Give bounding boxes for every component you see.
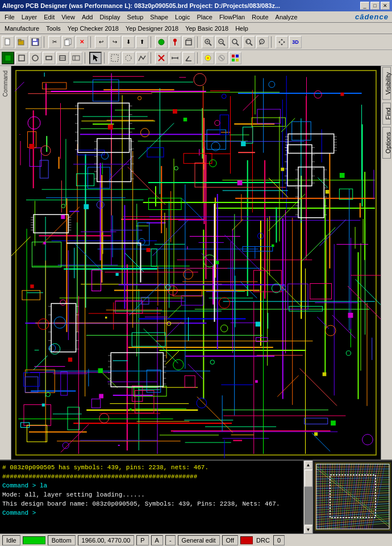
- tb-copy[interactable]: [62, 36, 74, 48]
- svg-rect-56: [232, 59, 235, 61]
- console-scroll-down[interactable]: ▼: [305, 526, 312, 533]
- menu-edit[interactable]: Edit: [40, 13, 58, 22]
- svg-rect-33: [19, 55, 24, 61]
- window-controls[interactable]: _ □ ✕: [360, 2, 390, 10]
- edit-mode-label: General edit: [182, 537, 216, 544]
- status-indicator-green: [23, 536, 45, 544]
- tb2-4[interactable]: [43, 52, 55, 64]
- tb2-cursor[interactable]: [89, 52, 102, 64]
- tab-visibility[interactable]: Visibility: [382, 67, 391, 100]
- close-button[interactable]: ✕: [381, 2, 390, 10]
- tb-zoom-out-fit[interactable]: [215, 36, 228, 48]
- svg-point-34: [32, 55, 38, 61]
- tb2-3[interactable]: [29, 52, 41, 64]
- svg-rect-6: [33, 42, 37, 45]
- console-output[interactable]: # 083z0p090505 has symbols: 439, pins: 2…: [0, 461, 303, 533]
- tb-open[interactable]: [15, 36, 28, 48]
- tb2-angle[interactable]: [182, 52, 195, 64]
- tb-zoom-previous[interactable]: [243, 36, 255, 48]
- tb2-color-picker[interactable]: [229, 52, 241, 64]
- tb2-2[interactable]: [15, 52, 28, 64]
- minimize-button[interactable]: _: [360, 2, 369, 10]
- console-scroll-up[interactable]: ▲: [305, 461, 312, 469]
- tb-pin[interactable]: [169, 36, 181, 48]
- toolbar2-separator-4: [197, 52, 199, 64]
- tb-delete[interactable]: ✕: [76, 36, 88, 48]
- menu-logic[interactable]: Logic: [172, 13, 193, 22]
- menu-yep-basic[interactable]: Yep Basic 2018: [182, 24, 232, 33]
- tb2-5[interactable]: [56, 52, 69, 64]
- menu-layer[interactable]: Layer: [18, 13, 41, 22]
- svg-rect-57: [236, 59, 239, 61]
- tb-pan[interactable]: [276, 36, 288, 48]
- coord-label: 1966.00, 4770.00: [82, 537, 131, 544]
- tb-zoom-in[interactable]: [182, 36, 195, 48]
- toolbar2-separator-3: [151, 52, 153, 64]
- menu-manufacture[interactable]: Manufacture: [1, 24, 43, 33]
- menu-tools[interactable]: Tools: [43, 24, 64, 33]
- menu-add[interactable]: Add: [78, 13, 97, 22]
- maximize-button[interactable]: □: [370, 2, 380, 10]
- tb2-route-mode[interactable]: [155, 52, 168, 64]
- menu-yep-checker[interactable]: Yep Checker 2018: [64, 24, 122, 33]
- svg-line-26: [250, 43, 252, 46]
- menu-display[interactable]: Display: [96, 13, 123, 22]
- svg-marker-30: [278, 41, 280, 43]
- main-area: Command Visibility Find Options: [0, 66, 392, 460]
- menu-file[interactable]: File: [1, 13, 18, 22]
- console-scroll-thumb[interactable]: [305, 470, 312, 487]
- svg-rect-35: [46, 56, 52, 60]
- tb2-6[interactable]: [70, 52, 82, 64]
- menu-analyze[interactable]: Analyze: [272, 13, 301, 22]
- tab-find[interactable]: Find: [382, 102, 391, 125]
- tb-undo[interactable]: ↩: [95, 36, 107, 48]
- tb2-circle-sel[interactable]: [122, 52, 135, 64]
- idle-label: Idle: [6, 537, 16, 544]
- tb2-highlight[interactable]: [202, 52, 214, 64]
- status-indicator-red: [240, 536, 253, 544]
- menu-flowplan[interactable]: FlowPlan: [216, 13, 248, 22]
- tb2-dehighlight[interactable]: [215, 52, 228, 64]
- status-bar: Idle Bottom 1966.00, 4770.00 P A - Gener…: [0, 533, 392, 546]
- menu-view[interactable]: View: [58, 13, 78, 22]
- tab-options[interactable]: Options: [382, 127, 391, 159]
- tb-up[interactable]: ⬆: [136, 36, 148, 48]
- menu-route[interactable]: Route: [248, 13, 272, 22]
- pcb-canvas[interactable]: [11, 66, 381, 460]
- tb-new[interactable]: [2, 36, 14, 48]
- menu-help[interactable]: Help: [232, 24, 252, 33]
- menu-shape[interactable]: Shape: [147, 13, 172, 22]
- tb-zoom-next[interactable]: [256, 36, 269, 48]
- console-hashes: ########################################…: [2, 473, 197, 480]
- svg-rect-54: [232, 55, 235, 57]
- tb-zoom-window[interactable]: [229, 36, 241, 48]
- svg-point-10: [173, 39, 177, 42]
- console-scroll-track[interactable]: [305, 470, 312, 524]
- menu-place[interactable]: Place: [193, 13, 216, 22]
- minimap[interactable]: [312, 461, 392, 533]
- left-label-panel: Command: [0, 66, 11, 460]
- toolbar-separator: [44, 36, 46, 48]
- title-bar: Allegro PCB Designer (was Performance L)…: [0, 0, 392, 11]
- tb2-1[interactable]: [2, 52, 14, 64]
- tb-zoom-fit[interactable]: [202, 36, 214, 48]
- tb-3d[interactable]: 3D: [289, 36, 302, 48]
- tb-save[interactable]: [29, 36, 41, 48]
- tb-down[interactable]: ⬇: [122, 36, 135, 48]
- console-scrollbar[interactable]: ▲ ▼: [303, 461, 312, 533]
- svg-point-9: [159, 39, 164, 45]
- tb2-line-sel[interactable]: [136, 52, 148, 64]
- menu-yep-designer[interactable]: Yep Designer 2018: [122, 24, 182, 33]
- tb-cut[interactable]: ✂: [48, 36, 61, 48]
- toolbar2-separator-2: [104, 52, 106, 64]
- svg-rect-55: [236, 55, 239, 57]
- toolbar-separator-5: [271, 36, 273, 48]
- tb2-measure[interactable]: [169, 52, 181, 64]
- tb-ratsnest[interactable]: [155, 36, 168, 48]
- tb2-select[interactable]: [109, 52, 121, 64]
- pcb-view-canvas[interactable]: [11, 66, 381, 460]
- app-title: Allegro PCB Designer (was Performance L)…: [2, 2, 280, 9]
- tb-redo[interactable]: ↪: [109, 36, 121, 48]
- svg-rect-41: [111, 55, 118, 61]
- menu-setup[interactable]: Setup: [124, 13, 147, 22]
